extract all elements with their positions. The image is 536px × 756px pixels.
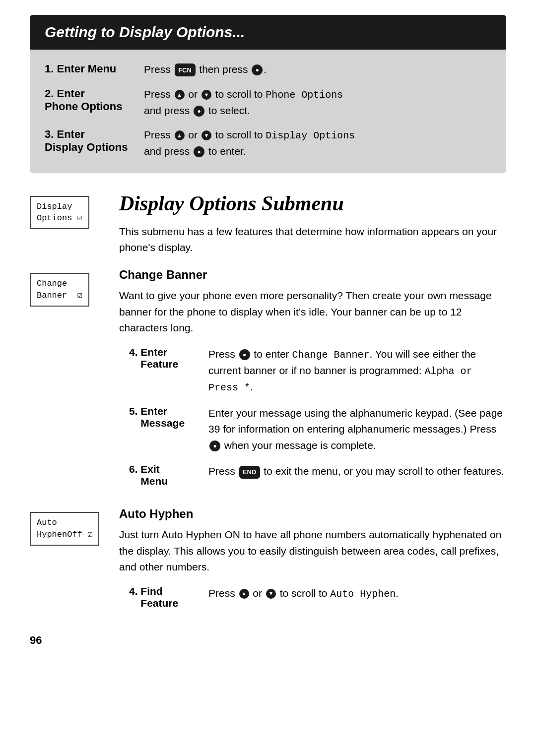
right-content: Display Options Submenu This submenu has… — [119, 191, 506, 268]
page-number: 96 — [30, 634, 506, 647]
auto-step-4-content: Press or to scroll to Auto Hyphen. — [208, 585, 506, 602]
alpha-press-mono: Alpha or Press * — [208, 366, 472, 393]
change-banner-layout: ChangeBanner ☑ Change Banner Want to giv… — [30, 268, 506, 497]
page: Getting to Display Options... 1. Enter M… — [0, 0, 536, 756]
step-1-num: 1. — [45, 63, 57, 75]
step-2-label: 2. EnterPhone Options — [45, 86, 144, 113]
change-banner-intro: Want to give your phone even more person… — [119, 288, 506, 336]
step-2-num: 2. — [45, 87, 57, 100]
step-1-content: Press FCN then press . — [144, 62, 491, 77]
step-3-num: 3. — [45, 128, 57, 140]
display-options-screen: DisplayOptions ☑ — [30, 196, 89, 230]
arrow-down-auto — [266, 589, 276, 599]
change-banner-content: Change Banner Want to give your phone ev… — [119, 268, 506, 497]
select-btn-5 — [209, 441, 220, 451]
intro-text: This submenu has a few features that det… — [119, 224, 506, 256]
auto-hyphen-title: Auto Hyphen — [119, 507, 506, 521]
select-btn-3 — [194, 146, 204, 157]
step-2-title: EnterPhone Options — [45, 87, 122, 113]
auto-hyphen-screen: AutoHyphenOff ☑ — [30, 512, 99, 546]
header-banner: Getting to Display Options... — [30, 15, 506, 50]
arrow-up-icon — [175, 90, 185, 100]
step-5-row: 5. Enter Message Enter your message usin… — [119, 405, 506, 454]
select-button-icon — [252, 64, 263, 75]
main-section-title: Display Options Submenu — [119, 191, 506, 216]
step-2-row: 2. EnterPhone Options Press or to scroll… — [45, 86, 491, 119]
step-6-label: 6. Exit Menu — [129, 463, 208, 487]
display-options-mono: Display Options — [266, 130, 355, 141]
step-1-label: 1. Enter Menu — [45, 62, 144, 75]
auto-step-4-label: 4. Find Feature — [129, 585, 208, 609]
change-banner-title: Change Banner — [119, 268, 506, 282]
auto-hyphen-mono: Auto Hyphen — [330, 588, 396, 600]
end-button-icon: END — [239, 466, 260, 479]
select-btn-2 — [194, 106, 204, 117]
arrow-up-auto — [239, 589, 249, 599]
change-banner-sidebar: ChangeBanner ☑ — [30, 268, 119, 497]
step-3-label: 3. EnterDisplay Options — [45, 127, 144, 154]
phone-options-mono: Phone Options — [266, 89, 343, 101]
step-5-content: Enter your message using the alphanumeri… — [208, 405, 506, 454]
steps-section: 1. Enter Menu Press FCN then press . 2. … — [30, 50, 506, 173]
step-3-row: 3. EnterDisplay Options Press or to scro… — [45, 127, 491, 159]
step-5-label: 5. Enter Message — [129, 405, 208, 429]
auto-hyphen-layout: AutoHyphenOff ☑ Auto Hyphen Just turn Au… — [30, 507, 506, 619]
header-title: Getting to Display Options... — [45, 24, 491, 41]
auto-hyphen-content: Auto Hyphen Just turn Auto Hyphen ON to … — [119, 507, 506, 619]
auto-step-4-row: 4. Find Feature Press or to scroll to Au… — [119, 585, 506, 609]
step-1-title: Enter Menu — [57, 63, 116, 75]
step-4-content: Press to enter Change Banner. You will s… — [208, 346, 506, 395]
step-6-content: Press END to exit the menu, or you may s… — [208, 463, 506, 480]
arrow-up-icon-3 — [175, 130, 185, 140]
step-6-row: 6. Exit Menu Press END to exit the menu,… — [119, 463, 506, 487]
left-sidebar: DisplayOptions ☑ — [30, 191, 119, 268]
select-btn-4 — [239, 349, 250, 360]
step-1-row: 1. Enter Menu Press FCN then press . — [45, 62, 491, 77]
step-4-label: 4. Enter Feature — [129, 346, 208, 370]
fcn-button-icon: FCN — [175, 63, 196, 76]
arrow-down-icon-3 — [201, 130, 211, 140]
auto-hyphen-intro: Just turn Auto Hyphen ON to have all pho… — [119, 527, 506, 575]
step-4-row: 4. Enter Feature Press to enter Change B… — [119, 346, 506, 395]
arrow-down-icon — [201, 90, 211, 100]
main-layout: DisplayOptions ☑ Display Options Submenu… — [30, 191, 506, 268]
change-banner-mono: Change Banner — [292, 349, 369, 361]
auto-hyphen-sidebar: AutoHyphenOff ☑ — [30, 507, 119, 619]
step-2-content: Press or to scroll to Phone Options and … — [144, 86, 491, 119]
step-3-title: EnterDisplay Options — [45, 128, 128, 153]
change-banner-screen: ChangeBanner ☑ — [30, 273, 89, 307]
step-3-content: Press or to scroll to Display Options an… — [144, 127, 491, 159]
